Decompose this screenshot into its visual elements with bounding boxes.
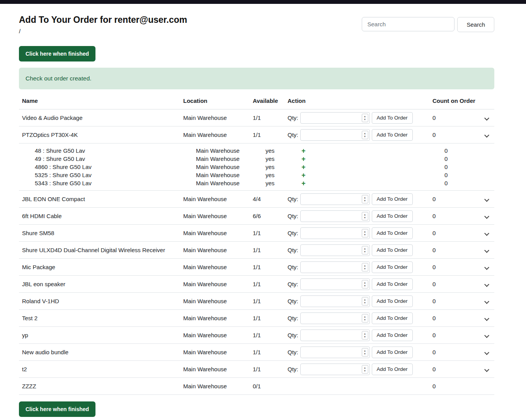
spinner-down-icon[interactable]: ▾ <box>364 216 366 219</box>
spinner-down-icon[interactable]: ▾ <box>364 352 366 355</box>
spinner-buttons[interactable]: ▴▾ <box>362 348 368 357</box>
item-action: Qty:▴▾Add To Order <box>288 112 432 124</box>
add-to-order-button[interactable]: Add To Order <box>372 347 413 358</box>
spinner-down-icon[interactable]: ▾ <box>364 301 366 304</box>
chevron-down-icon[interactable] <box>484 282 489 287</box>
quantity-input[interactable] <box>301 262 369 273</box>
chevron-down-icon[interactable] <box>484 248 489 253</box>
spinner-up-icon[interactable]: ▴ <box>364 115 366 118</box>
chevron-down-icon[interactable] <box>484 299 489 304</box>
chevron-down-icon[interactable] <box>484 231 489 236</box>
chevron-down-icon[interactable] <box>484 197 489 202</box>
table-row: JBL EON ONE CompactMain Warehouse4/4Qty:… <box>19 191 494 208</box>
quantity-input[interactable] <box>301 194 369 205</box>
finish-button-top[interactable]: Click here when finished <box>19 46 95 61</box>
serial-available: yes <box>253 164 288 170</box>
spinner-down-icon[interactable]: ▾ <box>364 318 366 321</box>
add-to-order-button[interactable]: Add To Order <box>372 210 413 222</box>
serial-available: yes <box>253 180 288 186</box>
quantity-input[interactable] <box>301 279 369 290</box>
spinner-down-icon[interactable]: ▾ <box>364 118 366 121</box>
quantity-input[interactable] <box>301 130 369 140</box>
add-serial-plus-icon[interactable]: + <box>301 172 306 179</box>
search-input[interactable] <box>362 17 455 31</box>
spinner-up-icon[interactable]: ▴ <box>364 247 366 250</box>
spinner-buttons[interactable]: ▴▾ <box>362 212 368 220</box>
item-count: 0 <box>432 131 479 138</box>
add-to-order-button[interactable]: Add To Order <box>372 227 413 239</box>
spinner-down-icon[interactable]: ▾ <box>364 369 366 372</box>
expanded-serial-group: 48 : Shure G50 LavMain Warehouseyes+049 … <box>19 143 494 191</box>
spinner-down-icon[interactable]: ▾ <box>364 267 366 270</box>
finish-button-bottom[interactable]: Click here when finished <box>19 401 95 417</box>
chevron-down-icon[interactable] <box>484 214 489 219</box>
add-to-order-button[interactable]: Add To Order <box>372 244 413 256</box>
quantity-input[interactable] <box>301 313 369 324</box>
spinner-up-icon[interactable]: ▴ <box>364 132 366 135</box>
spinner-down-icon[interactable]: ▾ <box>364 199 366 202</box>
add-to-order-button[interactable]: Add To Order <box>372 261 413 273</box>
spinner-buttons[interactable]: ▴▾ <box>362 365 368 374</box>
chevron-down-icon[interactable] <box>484 116 489 121</box>
spinner-down-icon[interactable]: ▾ <box>364 135 366 138</box>
success-alert: Check out order created. <box>19 68 494 89</box>
serial-count: 0 <box>432 155 479 162</box>
spinner-buttons[interactable]: ▴▾ <box>362 263 368 271</box>
spinner-up-icon[interactable]: ▴ <box>364 366 366 369</box>
spinner-buttons[interactable]: ▴▾ <box>362 114 368 122</box>
add-to-order-button[interactable]: Add To Order <box>372 364 413 375</box>
chevron-down-icon[interactable] <box>484 133 489 138</box>
add-to-order-button[interactable]: Add To Order <box>372 112 413 124</box>
add-to-order-button[interactable]: Add To Order <box>372 129 413 141</box>
add-serial-plus-icon[interactable]: + <box>301 155 306 162</box>
chevron-down-icon[interactable] <box>484 316 489 321</box>
chevron-down-icon[interactable] <box>484 350 489 355</box>
spinner-up-icon[interactable]: ▴ <box>364 315 366 318</box>
search-button[interactable]: Search <box>457 17 494 32</box>
quantity-input[interactable] <box>301 211 369 222</box>
add-serial-plus-icon[interactable]: + <box>301 147 306 154</box>
add-to-order-button[interactable]: Add To Order <box>372 278 413 290</box>
item-available: 1/1 <box>253 332 288 338</box>
quantity-input[interactable] <box>301 228 369 239</box>
spinner-up-icon[interactable]: ▴ <box>364 298 366 301</box>
chevron-down-icon[interactable] <box>484 265 489 270</box>
spinner-down-icon[interactable]: ▾ <box>364 284 366 287</box>
quantity-input[interactable] <box>301 330 369 341</box>
spinner-up-icon[interactable]: ▴ <box>364 349 366 352</box>
add-serial-plus-icon[interactable]: + <box>301 164 306 171</box>
spinner-buttons[interactable]: ▴▾ <box>362 331 368 340</box>
quantity-input[interactable] <box>301 245 369 256</box>
spinner-down-icon[interactable]: ▾ <box>364 250 366 253</box>
spinner-down-icon[interactable]: ▾ <box>364 335 366 338</box>
spinner-buttons[interactable]: ▴▾ <box>362 314 368 323</box>
spinner-up-icon[interactable]: ▴ <box>364 230 366 233</box>
spinner-buttons[interactable]: ▴▾ <box>362 229 368 237</box>
add-to-order-button[interactable]: Add To Order <box>372 295 413 307</box>
chevron-down-icon[interactable] <box>484 333 489 338</box>
quantity-input[interactable] <box>301 364 369 375</box>
item-action: Qty:▴▾Add To Order <box>288 227 432 239</box>
spinner-buttons[interactable]: ▴▾ <box>362 131 368 139</box>
add-to-order-button[interactable]: Add To Order <box>372 330 413 341</box>
spinner-buttons[interactable]: ▴▾ <box>362 280 368 289</box>
table-row: New audio bundleMain Warehouse1/1Qty:▴▾A… <box>19 344 494 361</box>
spinner-up-icon[interactable]: ▴ <box>364 264 366 267</box>
item-name: Test 2 <box>19 315 183 321</box>
spinner-up-icon[interactable]: ▴ <box>364 213 366 216</box>
spinner-up-icon[interactable]: ▴ <box>364 332 366 335</box>
spinner-buttons[interactable]: ▴▾ <box>362 297 368 306</box>
quantity-input[interactable] <box>301 296 369 307</box>
add-to-order-button[interactable]: Add To Order <box>372 312 413 324</box>
add-serial-plus-icon[interactable]: + <box>301 180 306 187</box>
header-action: Action <box>288 97 432 104</box>
spinner-down-icon[interactable]: ▾ <box>364 233 366 236</box>
spinner-up-icon[interactable]: ▴ <box>364 281 366 284</box>
chevron-down-icon[interactable] <box>484 367 489 372</box>
add-to-order-button[interactable]: Add To Order <box>372 193 413 205</box>
quantity-input[interactable] <box>301 347 369 358</box>
spinner-buttons[interactable]: ▴▾ <box>362 246 368 254</box>
quantity-input[interactable] <box>301 113 369 123</box>
spinner-buttons[interactable]: ▴▾ <box>362 195 368 203</box>
spinner-up-icon[interactable]: ▴ <box>364 196 366 199</box>
